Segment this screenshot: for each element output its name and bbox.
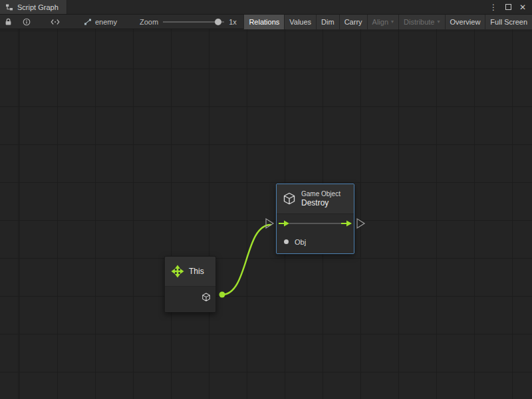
close-icon[interactable]: ✕ <box>519 3 526 11</box>
connections-overlay <box>0 29 532 399</box>
node-this-header[interactable]: This <box>165 257 215 287</box>
node-destroy-titles: Game Object Destroy <box>301 190 340 209</box>
relation-line <box>289 223 341 224</box>
this-move-icon <box>171 265 184 278</box>
current-graph-reference[interactable]: enemy <box>84 18 117 26</box>
carry-button-label: Carry <box>344 18 362 26</box>
flow-out-arrow-icon[interactable] <box>341 220 352 227</box>
flow-in-arrow-icon[interactable] <box>279 220 289 227</box>
overview-button[interactable]: Overview <box>445 15 485 29</box>
align-button-label: Align <box>372 18 388 26</box>
node-destroy-header[interactable]: Game Object Destroy <box>277 184 354 214</box>
overview-button-label: Overview <box>450 18 481 26</box>
dim-button[interactable]: Dim <box>316 15 339 29</box>
obj-input-port[interactable] <box>284 239 289 244</box>
graph-canvas[interactable]: Game Object Destroy Obj <box>0 29 532 399</box>
zoom-control: Zoom 1x <box>140 18 237 26</box>
game-object-output-cube-icon[interactable] <box>201 293 211 302</box>
game-object-cube-icon <box>283 192 296 205</box>
distribute-button: Distribute ▾ <box>398 15 444 29</box>
script-graph-icon <box>5 3 13 11</box>
chevron-down-icon: ▾ <box>391 19 394 25</box>
carry-button[interactable]: Carry <box>339 15 367 29</box>
ports-icon[interactable] <box>51 15 60 29</box>
graph-name: enemy <box>95 18 117 26</box>
flow-row <box>277 214 354 233</box>
node-title: Destroy <box>301 198 340 209</box>
zoom-label: Zoom <box>140 18 158 26</box>
values-button[interactable]: Values <box>284 15 316 29</box>
node-category: Game Object <box>301 190 340 198</box>
kebab-menu-icon[interactable]: ⋮ <box>489 3 497 11</box>
chevron-down-icon: ▾ <box>438 19 440 25</box>
relations-button[interactable]: Relations <box>243 15 284 29</box>
toolbar-buttons: Relations Values Dim Carry Align ▾ Distr… <box>243 15 532 29</box>
dim-button-label: Dim <box>321 18 334 26</box>
title-bar: Script Graph ⋮ ✕ <box>0 0 532 15</box>
graph-asset-icon <box>84 18 92 26</box>
align-button: Align ▾ <box>367 15 398 29</box>
full-screen-button-label: Full Screen <box>490 18 527 26</box>
this-output-port[interactable] <box>219 292 225 298</box>
obj-port-label: Obj <box>295 238 306 246</box>
relations-button-label: Relations <box>249 18 279 26</box>
lock-icon[interactable] <box>5 15 12 29</box>
unity-script-graph-window: Script Graph ⋮ ✕ <box>0 0 532 399</box>
maximize-icon[interactable] <box>505 4 511 10</box>
tab-title: Script Graph <box>17 3 59 11</box>
connection-wire[interactable] <box>222 225 271 295</box>
flow-input-triangle-icon[interactable] <box>266 219 273 228</box>
values-button-label: Values <box>289 18 311 26</box>
tab-script-graph[interactable]: Script Graph <box>0 0 67 14</box>
node-destroy[interactable]: Game Object Destroy Obj <box>276 184 354 254</box>
flow-output-triangle-icon[interactable] <box>357 219 364 228</box>
zoom-slider[interactable] <box>163 18 224 26</box>
obj-port-row[interactable]: Obj <box>277 233 354 253</box>
info-icon[interactable] <box>23 15 31 29</box>
node-this[interactable]: This <box>164 256 216 313</box>
window-controls: ⋮ ✕ <box>489 0 532 14</box>
distribute-button-label: Distribute <box>404 18 434 26</box>
zoom-value: 1x <box>229 18 237 26</box>
zoom-slider-knob[interactable] <box>215 19 221 25</box>
node-this-body <box>165 287 215 311</box>
node-this-title: This <box>189 267 204 276</box>
graph-toolbar: enemy Zoom 1x Relations Values Dim Carry <box>0 15 532 29</box>
full-screen-button[interactable]: Full Screen <box>485 15 532 29</box>
